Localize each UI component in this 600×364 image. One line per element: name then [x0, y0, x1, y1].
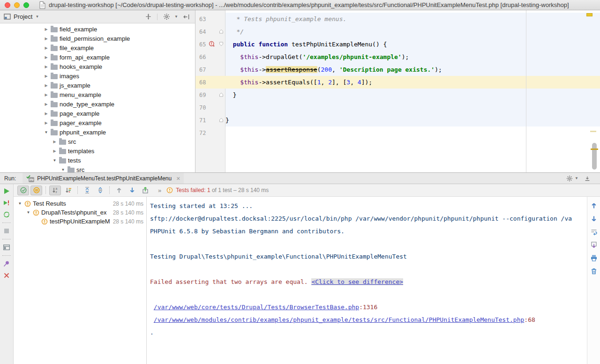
code-text[interactable]: public function testPhpUnitExampleMenu()…	[225, 38, 600, 51]
previous-failed-test-icon[interactable]	[113, 186, 125, 195]
export-test-results-icon[interactable]	[139, 186, 151, 195]
tree-item-hooks_example[interactable]: ▶hooks_example	[0, 62, 195, 71]
show-ignored-icon[interactable]	[30, 186, 42, 195]
tree-item-file_example[interactable]: ▶file_example	[0, 43, 195, 52]
tree-item-field_example[interactable]: ▶field_example	[0, 24, 195, 34]
sort-by-duration-icon[interactable]	[62, 186, 74, 195]
down-icon[interactable]	[590, 215, 598, 223]
inspection-status-indicator[interactable]	[586, 13, 592, 16]
restore-layout-icon[interactable]	[2, 243, 11, 252]
tree-item-node_type_example[interactable]: ▶node_type_example	[0, 99, 195, 109]
next-failed-test-icon[interactable]	[126, 186, 138, 195]
test-tree-item[interactable]: ▼Test Results28 s 140 ms	[14, 199, 146, 208]
expand-all-icon[interactable]	[81, 186, 93, 195]
print-icon[interactable]	[590, 254, 598, 262]
chevron-collapsed-icon[interactable]: ▶	[44, 27, 49, 31]
chevron-collapsed-icon[interactable]: ▶	[52, 149, 57, 153]
chevron-collapsed-icon[interactable]: ▶	[44, 83, 49, 88]
chevron-down-icon[interactable]: ▼	[575, 176, 578, 180]
tree-item-pager_example[interactable]: ▶pager_example	[0, 118, 195, 127]
test-tree-item[interactable]: ▼Drupal\Tests\phpunit_ex28 s 140 ms	[14, 208, 146, 217]
locate-icon[interactable]	[143, 12, 153, 22]
fold-end-icon[interactable]	[219, 29, 224, 34]
test-tree-item[interactable]: testPhpUnitExampleM28 s 140 ms	[14, 217, 146, 226]
code-text[interactable]: $this->assertEquals([1, 2], [3, 4]);	[225, 76, 600, 89]
tree-item-tests[interactable]: ▼tests	[0, 156, 195, 165]
tree-item-src[interactable]: ▼src	[0, 165, 195, 172]
gear-icon[interactable]	[564, 173, 575, 184]
test-failed-icon[interactable]	[209, 41, 215, 47]
fold-end-icon[interactable]	[219, 92, 224, 97]
test-console-output[interactable]: Testing started at 13:25 ...sftp://docke…	[147, 197, 587, 364]
fold-start-icon[interactable]	[219, 42, 224, 46]
chevron-collapsed-icon[interactable]: ▶	[44, 111, 49, 116]
tree-item-src[interactable]: ▶src	[0, 137, 195, 146]
tree-item-images[interactable]: ▶images	[0, 71, 195, 81]
rerun-icon[interactable]	[2, 187, 11, 195]
error-stripe-warning-mark[interactable]	[590, 131, 596, 132]
chevron-collapsed-icon[interactable]: ▶	[44, 74, 49, 78]
chevron-collapsed-icon[interactable]: ▶	[44, 65, 49, 69]
tree-item-js_example[interactable]: ▶js_example	[0, 81, 195, 90]
close-window-button[interactable]	[5, 2, 10, 8]
up-icon[interactable]	[590, 201, 598, 210]
console-text: .	[150, 329, 154, 336]
hide-panel-icon[interactable]	[181, 12, 191, 22]
chevron-collapsed-icon[interactable]: ▶	[44, 37, 49, 41]
clear-all-icon[interactable]	[590, 267, 598, 275]
console-link[interactable]: <Click to see difference>	[311, 278, 403, 285]
run-tab[interactable]: php PHPUnitExampleMenuTest.testPhpUnitEx…	[22, 173, 184, 184]
scroll-to-end-icon[interactable]	[590, 241, 598, 249]
chevron-down-icon[interactable]: ▼	[174, 15, 178, 19]
console-link[interactable]: /var/www/web/core/tests/Drupal/Tests/Bro…	[154, 304, 359, 311]
chevron-expanded-icon[interactable]: ▼	[60, 168, 66, 172]
code-editor[interactable]: 63 * Tests phpunit_example menus.64 */65…	[195, 10, 600, 172]
show-passed-icon[interactable]	[17, 186, 29, 195]
chevron-collapsed-icon[interactable]: ▶	[52, 140, 57, 144]
minimize-window-button[interactable]	[14, 2, 20, 8]
chevron-expanded-icon[interactable]: ▼	[26, 210, 31, 215]
soft-wrap-icon[interactable]	[590, 228, 598, 236]
toggle-auto-test-icon[interactable]	[2, 210, 11, 219]
rerun-failed-icon[interactable]	[2, 199, 11, 207]
chevron-down-icon[interactable]: ▼	[35, 15, 39, 19]
code-text[interactable]: */	[225, 25, 600, 38]
editor-scrollbar-thumb[interactable]	[592, 143, 597, 170]
fold-end-icon[interactable]	[219, 118, 224, 122]
sort-alphabetically-icon[interactable]: az	[49, 186, 61, 195]
collapse-all-icon[interactable]	[94, 186, 106, 195]
run-tab-bar: Run: php PHPUnitExampleMenuTest.testPhpU…	[0, 173, 600, 184]
pin-icon[interactable]	[2, 260, 11, 268]
chevron-collapsed-icon[interactable]: ▶	[44, 93, 49, 97]
chevron-collapsed-icon[interactable]: ▶	[44, 102, 49, 106]
close-tab-icon[interactable]: ×	[176, 175, 180, 182]
chevron-collapsed-icon[interactable]: ▶	[44, 121, 49, 125]
chevron-expanded-icon[interactable]: ▼	[17, 201, 22, 206]
tree-item-templates[interactable]: ▶templates	[0, 146, 195, 156]
tree-item-menu_example[interactable]: ▶menu_example	[0, 90, 195, 99]
tree-item-form_api_example[interactable]: ▶form_api_example	[0, 52, 195, 62]
console-link[interactable]: /var/www/web/modules/contrib/examples/ph…	[154, 316, 525, 323]
tree-item-page_example[interactable]: ▶page_example	[0, 109, 195, 118]
more-chevrons-icon[interactable]: »	[158, 187, 161, 194]
code-text[interactable]	[225, 101, 600, 114]
chevron-collapsed-icon[interactable]: ▶	[44, 55, 49, 59]
chevron-collapsed-icon[interactable]: ▶	[44, 46, 49, 50]
code-text[interactable]: $this->assertResponse(200, 'Description …	[225, 63, 600, 76]
gear-icon[interactable]	[161, 12, 172, 22]
code-text[interactable]: }	[225, 89, 600, 101]
code-text[interactable]: $this->drupalGet('/examples/phpunit-exam…	[225, 51, 600, 63]
chevron-expanded-icon[interactable]: ▼	[44, 130, 49, 134]
code-text[interactable]: }	[225, 114, 600, 126]
chevron-expanded-icon[interactable]: ▼	[52, 158, 57, 163]
error-stripe-deprecation-mark[interactable]	[591, 149, 598, 150]
code-text[interactable]: * Tests phpunit_example menus.	[225, 13, 600, 25]
tree-item-phpunit_example[interactable]: ▼phpunit_example	[0, 127, 195, 137]
zoom-window-button[interactable]	[23, 2, 29, 8]
project-panel-title[interactable]: Project	[14, 13, 32, 20]
close-icon[interactable]	[2, 271, 11, 280]
hide-icon[interactable]	[582, 173, 592, 184]
tree-item-field_permission_example[interactable]: ▶field_permission_example	[0, 34, 195, 43]
stop-icon[interactable]	[2, 227, 11, 235]
code-text[interactable]	[225, 126, 600, 139]
